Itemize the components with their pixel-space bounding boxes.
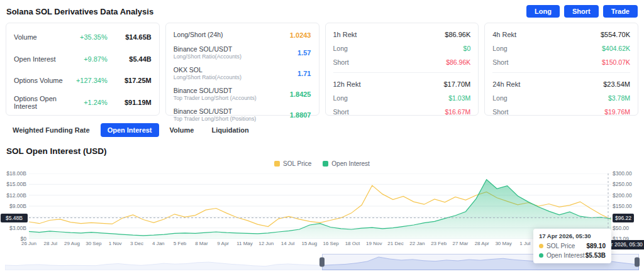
y-axis-left: $18.00B$15.00B$12.00B$9.00B$6.00B$3.00B$… (0, 170, 28, 245)
x-axis-label: 22 Jan (407, 241, 427, 246)
ratio-title: Binance SOL/USDT (174, 107, 257, 116)
x-axis-label: 11 May (235, 241, 255, 246)
rekt-short-label: Short (333, 108, 349, 116)
x-axis-label: 19 Nov (364, 241, 384, 246)
x-axis-label: 18 Oct (342, 241, 362, 246)
x-axis-label: 1 Nov (105, 241, 125, 246)
y-axis-left-label: $15.00B (0, 182, 26, 187)
y-axis-left-label: $12.00B (0, 193, 26, 199)
x-axis-label: 14 Jul (278, 241, 298, 246)
left-axis-pointer-badge: $5.48B (1, 214, 28, 223)
stat-change: +127.34% (69, 77, 108, 84)
rekt-row: Short $16.67M (333, 105, 471, 119)
legend-label: SOL Price (283, 160, 311, 167)
ratio-title: Long/Short (24h) (174, 31, 223, 39)
rekt-row: Long $3.78M (492, 91, 630, 105)
navigator-unselected-region (5, 254, 322, 270)
open-interest-legend-swatch (323, 161, 328, 167)
stat-row: Volume +35.35% $14.65B (14, 26, 152, 48)
rekt-row: Long $404.62K (492, 41, 630, 55)
sol-price-dot-icon (539, 244, 543, 248)
summary-cards: Volume +35.35% $14.65B Open Interest +9.… (0, 21, 644, 116)
x-axis-label: 8 Mar (191, 241, 211, 246)
ratio-value: 1.57 (297, 49, 311, 57)
ratio-row: OKX SOL Long/Short Ratio(Accounts) 1.71 (174, 63, 311, 84)
ratio-row: Binance SOL/USDT Top Trader Long/Short (… (174, 84, 311, 104)
tooltip-label: Open Interest (547, 252, 585, 259)
x-axis-label: 28 Apr (472, 241, 492, 246)
stat-value: $5.44B (108, 55, 152, 63)
tab-open-interest[interactable]: Open Interest (101, 123, 159, 137)
rekt-section-header: 12h Rekt $17.70M (333, 76, 471, 91)
ratio-title: OKX SOL (174, 66, 242, 74)
tooltip-row: Open Interest $5.53B (539, 252, 606, 259)
rekt-short-label: Short (492, 108, 508, 116)
chart-canvas (29, 173, 611, 239)
chart-tab-bar: Weighted Funding Rate Open Interest Volu… (0, 116, 644, 140)
rekt-section-header: 1h Rekt $86.96K (333, 26, 471, 41)
y-axis-right-label: $250.00 (613, 182, 632, 187)
ratio-row: Binance SOL/USDT Top Trader Long/Short (… (174, 104, 311, 125)
rekt-section-header: 24h Rekt $23.54M (492, 76, 630, 91)
stat-change: +9.87% (69, 55, 108, 63)
rekt-section-header: 4h Rekt $554.70K (492, 26, 630, 41)
ratio-row: Long/Short (24h) 1.0243 (174, 26, 311, 42)
rekt-long-value: $0 (464, 45, 471, 52)
rekt-long-value: $1.03M (448, 94, 470, 102)
rekt-short-label: Short (333, 58, 349, 66)
x-axis-label: 12 Jun (256, 241, 276, 246)
short-button[interactable]: Short (564, 5, 599, 18)
stat-label: Options Volume (14, 77, 69, 84)
stat-value: $17.25M (108, 77, 152, 84)
navigator-right-handle[interactable] (635, 258, 640, 267)
x-axis-label: 9 Apr (213, 241, 233, 246)
rekt-total: $23.54M (603, 80, 630, 88)
y-axis-left-label: $9.00B (0, 204, 26, 209)
tab-volume[interactable]: Volume (163, 123, 201, 137)
ratio-value: 1.8807 (290, 111, 311, 119)
y-axis-right: $300.00$250.00$200.00$150.00$100.00$50.0… (613, 170, 644, 245)
rekt-long-value: $3.78M (608, 94, 630, 102)
stat-value: $91.19M (108, 99, 152, 106)
legend-item-open-interest[interactable]: Open Interest (323, 160, 370, 167)
y-axis-right-label: $50.00 (613, 226, 629, 231)
tab-liquidation[interactable]: Liquidation (204, 123, 255, 137)
stat-label: Options Open Interest (14, 95, 69, 110)
trade-button[interactable]: Trade (603, 5, 638, 18)
ratio-title: Binance SOL/USDT (174, 45, 242, 53)
legend-item-sol-price[interactable]: SOL Price (274, 160, 311, 167)
x-axis-label: 16 Sep (321, 241, 341, 246)
chart-legend: SOL Price Open Interest (0, 157, 644, 167)
x-axis-label: 23 Feb (429, 241, 449, 246)
long-button[interactable]: Long (526, 5, 560, 18)
chart-tooltip: 17 Apr 2026, 05:30 SOL Price $89.10 Open… (533, 229, 611, 263)
stat-change: +35.35% (69, 33, 108, 41)
tooltip-timestamp: 17 Apr 2026, 05:30 (539, 232, 606, 239)
y-axis-right-label: $300.00 (613, 171, 632, 177)
tooltip-value: $89.10 (586, 243, 606, 249)
navigator-left-handle[interactable] (319, 258, 325, 267)
ratio-value: 1.8425 (290, 90, 311, 98)
rekt-period: 1h Rekt (333, 31, 357, 38)
tab-weighted-funding-rate[interactable]: Weighted Funding Rate (6, 123, 97, 137)
rekt-period: 4h Rekt (492, 31, 516, 38)
stat-row: Options Open Interest +1.24% $91.19M (14, 92, 152, 114)
stat-label: Open Interest (14, 55, 69, 63)
y-axis-right-label: $200.00 (613, 193, 632, 199)
rekt-short-label: Short (492, 58, 508, 66)
open-interest-dot-icon (539, 253, 543, 258)
tooltip-row: SOL Price $89.10 (539, 243, 606, 249)
ratio-value: 1.71 (297, 70, 311, 77)
rekt-long-label: Long (333, 45, 348, 52)
rekt-short-value: $16.67M (445, 108, 470, 116)
x-axis-label: 27 Mar (450, 241, 470, 246)
x-axis-label: 26 Jun (19, 241, 39, 246)
tooltip-label: SOL Price (547, 243, 575, 249)
x-axis-label: 21 Dec (386, 241, 406, 246)
rekt-row: Short $150.07K (492, 55, 630, 69)
x-axis-label: 5 Feb (170, 241, 190, 246)
rekt-total: $86.96K (445, 31, 470, 38)
chart-plot-area[interactable] (29, 173, 611, 239)
long-short-ratio-card: Long/Short (24h) 1.0243 Binance SOL/USDT… (165, 23, 319, 116)
x-axis-label: 4 Jan (148, 241, 169, 246)
